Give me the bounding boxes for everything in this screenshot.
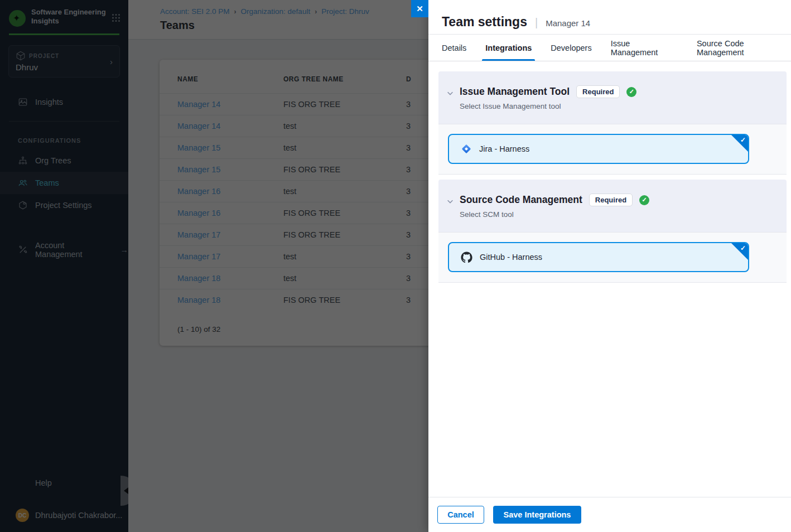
integration-name: Jira - Harness	[479, 144, 529, 153]
tab-integrations[interactable]: Integrations	[485, 35, 532, 61]
tab-issue-management[interactable]: Issue Management	[611, 35, 678, 61]
selected-check-icon: ✓	[740, 244, 746, 252]
close-drawer-button[interactable]: ✕	[411, 0, 428, 17]
scm-section-header: Source Code Management Required ✓ Select…	[438, 180, 787, 232]
issue-management-section-header: Issue Management Tool Required ✓ Select …	[438, 71, 787, 124]
save-integrations-button[interactable]: Save Integrations	[493, 506, 581, 524]
drawer-tabs: Details Integrations Developers Issue Ma…	[428, 35, 791, 61]
section-title: Issue Management Tool	[460, 86, 570, 98]
cancel-button[interactable]: Cancel	[437, 506, 484, 524]
section-subtitle: Select SCM tool	[460, 210, 649, 219]
title-divider: |	[535, 16, 538, 29]
issue-management-section: Issue Management Tool Required ✓ Select …	[438, 71, 787, 175]
section-complete-check-icon: ✓	[639, 195, 649, 205]
scm-section-body: GitHub - Harness ✓	[438, 232, 787, 283]
section-title: Source Code Management	[460, 194, 582, 206]
chevron-down-icon[interactable]	[446, 197, 454, 205]
issue-management-section-body: Jira - Harness ✓	[438, 124, 787, 175]
jira-icon	[461, 143, 472, 154]
drawer-header: Team settings | Manager 14	[428, 0, 791, 35]
scm-section: Source Code Management Required ✓ Select…	[438, 180, 787, 283]
tab-source-code-management[interactable]: Source Code Management	[697, 35, 791, 61]
tab-developers[interactable]: Developers	[551, 35, 591, 61]
drawer-title: Team settings	[442, 14, 527, 30]
integration-name: GitHub - Harness	[480, 253, 542, 262]
close-icon: ✕	[416, 4, 423, 14]
integration-card-jira[interactable]: Jira - Harness ✓	[448, 134, 749, 164]
chevron-down-icon[interactable]	[446, 89, 454, 97]
drawer-content: Issue Management Tool Required ✓ Select …	[428, 61, 791, 283]
section-subtitle: Select Issue Management tool	[460, 102, 636, 110]
team-settings-drawer: Team settings | Manager 14 Details Integ…	[428, 0, 791, 532]
integration-card-github[interactable]: GitHub - Harness ✓	[448, 242, 749, 272]
required-badge: Required	[576, 85, 620, 98]
required-badge: Required	[589, 194, 633, 206]
modal-dim-overlay[interactable]	[0, 0, 428, 532]
drawer-footer: Cancel Save Integrations	[428, 497, 791, 532]
selected-check-icon: ✓	[740, 136, 746, 144]
section-complete-check-icon: ✓	[626, 87, 636, 97]
drawer-team-name: Manager 14	[546, 18, 590, 28]
github-icon	[461, 252, 472, 263]
tab-details[interactable]: Details	[442, 35, 466, 61]
